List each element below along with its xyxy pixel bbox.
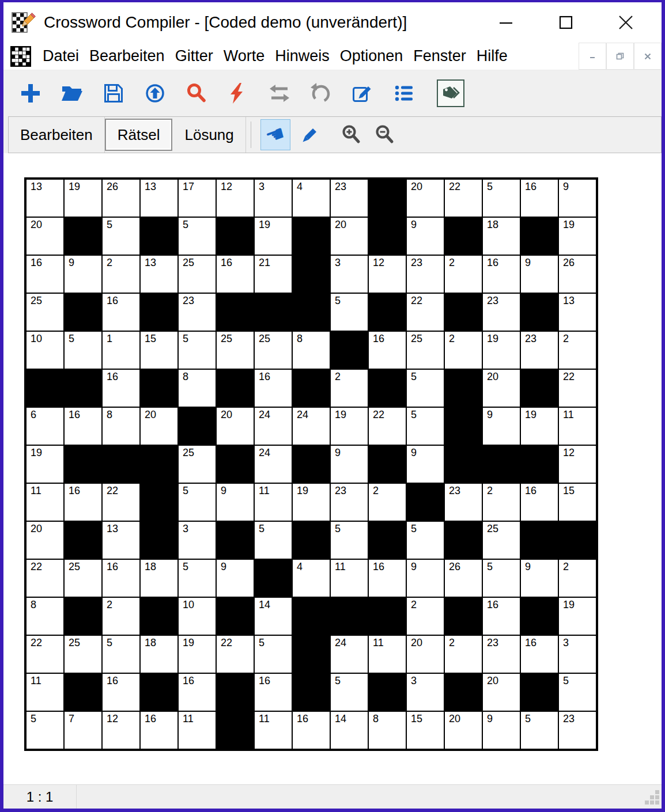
- grid-cell[interactable]: 16: [368, 331, 406, 369]
- swap-direction-button[interactable]: [266, 77, 293, 110]
- grid-cell[interactable]: 23: [520, 331, 558, 369]
- grid-cell[interactable]: 16: [216, 255, 254, 293]
- grid-cell[interactable]: 19: [330, 407, 368, 445]
- label-button[interactable]: [437, 79, 464, 107]
- grid-cell[interactable]: 2: [444, 255, 482, 293]
- grid-cell[interactable]: 7: [64, 711, 102, 749]
- grid-cell[interactable]: 5: [330, 521, 368, 559]
- grid-cell[interactable]: 20: [140, 407, 178, 445]
- grid-cell[interactable]: 8: [292, 331, 330, 369]
- zoom-in-button[interactable]: [337, 119, 366, 150]
- grid-black-cell[interactable]: [216, 521, 254, 559]
- grid-cell[interactable]: 19: [558, 597, 596, 635]
- grid-black-cell[interactable]: [292, 369, 330, 407]
- grid-cell[interactable]: 13: [558, 293, 596, 331]
- grid-cell[interactable]: 2: [558, 331, 596, 369]
- grid-cell[interactable]: 2: [368, 483, 406, 521]
- menu-datei[interactable]: Datei: [43, 47, 79, 65]
- grid-cell[interactable]: 5: [178, 217, 216, 255]
- grid-cell[interactable]: 12: [368, 255, 406, 293]
- grid-cell[interactable]: 9: [558, 179, 596, 217]
- grid-black-cell[interactable]: [368, 293, 406, 331]
- grid-cell[interactable]: 19: [26, 445, 64, 483]
- grid-cell[interactable]: 8: [102, 407, 140, 445]
- grid-black-cell[interactable]: [64, 521, 102, 559]
- grid-cell[interactable]: 3: [254, 179, 292, 217]
- grid-black-cell[interactable]: [368, 179, 406, 217]
- grid-cell[interactable]: 16: [520, 635, 558, 673]
- grid-black-cell[interactable]: [444, 673, 482, 711]
- grid-cell[interactable]: 16: [292, 711, 330, 749]
- grid-cell[interactable]: 11: [254, 483, 292, 521]
- grid-black-cell[interactable]: [330, 331, 368, 369]
- grid-black-cell[interactable]: [292, 217, 330, 255]
- grid-black-cell[interactable]: [292, 597, 330, 635]
- grid-cell[interactable]: 22: [558, 369, 596, 407]
- grid-black-cell[interactable]: [444, 293, 482, 331]
- grid-cell[interactable]: 22: [406, 293, 444, 331]
- grid-black-cell[interactable]: [140, 369, 178, 407]
- grid-black-cell[interactable]: [254, 293, 292, 331]
- mdi-close-button[interactable]: [634, 43, 662, 70]
- grid-cell[interactable]: 5: [482, 559, 520, 597]
- grid-cell[interactable]: 9: [520, 255, 558, 293]
- grid-cell[interactable]: 5: [330, 673, 368, 711]
- grid-cell[interactable]: 16: [102, 673, 140, 711]
- grid-cell[interactable]: 20: [26, 521, 64, 559]
- grid-cell[interactable]: 9: [482, 711, 520, 749]
- grid-cell[interactable]: 5: [520, 711, 558, 749]
- grid-black-cell[interactable]: [558, 521, 596, 559]
- grid-black-cell[interactable]: [140, 673, 178, 711]
- grid-cell[interactable]: 6: [26, 407, 64, 445]
- grid-cell[interactable]: 5: [406, 407, 444, 445]
- resize-grip-icon[interactable]: [645, 790, 660, 807]
- grid-cell[interactable]: 12: [216, 179, 254, 217]
- grid-cell[interactable]: 25: [26, 293, 64, 331]
- grid-black-cell[interactable]: [292, 445, 330, 483]
- new-button[interactable]: [17, 77, 44, 110]
- menu-bearbeiten[interactable]: Bearbeiten: [89, 47, 165, 65]
- grid-black-cell[interactable]: [520, 673, 558, 711]
- grid-cell[interactable]: 24: [292, 407, 330, 445]
- grid-cell[interactable]: 11: [558, 407, 596, 445]
- grid-black-cell[interactable]: [406, 483, 444, 521]
- grid-cell[interactable]: 11: [26, 673, 64, 711]
- grid-cell[interactable]: 19: [64, 179, 102, 217]
- grid-black-cell[interactable]: [444, 407, 482, 445]
- grid-cell[interactable]: 16: [102, 369, 140, 407]
- grid-cell[interactable]: 5: [330, 293, 368, 331]
- grid-black-cell[interactable]: [26, 369, 64, 407]
- mdi-minimize-button[interactable]: [579, 43, 606, 70]
- grid-black-cell[interactable]: [216, 293, 254, 331]
- grid-cell[interactable]: 5: [406, 369, 444, 407]
- grid-cell[interactable]: 16: [520, 179, 558, 217]
- grid-cell[interactable]: 10: [178, 597, 216, 635]
- grid-cell[interactable]: 5: [102, 217, 140, 255]
- grid-cell[interactable]: 5: [558, 673, 596, 711]
- grid-cell[interactable]: 3: [558, 635, 596, 673]
- grid-cell[interactable]: 22: [368, 407, 406, 445]
- grid-cell[interactable]: 9: [64, 255, 102, 293]
- grid-cell[interactable]: 16: [482, 255, 520, 293]
- grid-cell[interactable]: 9: [406, 559, 444, 597]
- menu-hilfe[interactable]: Hilfe: [477, 47, 508, 65]
- grid-cell[interactable]: 9: [406, 445, 444, 483]
- grid-cell[interactable]: 25: [178, 255, 216, 293]
- grid-cell[interactable]: 5: [482, 179, 520, 217]
- grid-cell[interactable]: 5: [178, 483, 216, 521]
- grid-cell[interactable]: 2: [558, 559, 596, 597]
- grid-black-cell[interactable]: [368, 521, 406, 559]
- grid-cell[interactable]: 24: [254, 407, 292, 445]
- tab-loesung[interactable]: Lösung: [173, 117, 245, 153]
- grid-black-cell[interactable]: [292, 673, 330, 711]
- grid-cell[interactable]: 16: [520, 483, 558, 521]
- grid-cell[interactable]: 20: [216, 407, 254, 445]
- grid-black-cell[interactable]: [216, 217, 254, 255]
- grid-black-cell[interactable]: [330, 597, 368, 635]
- grid-cell[interactable]: 16: [140, 711, 178, 749]
- grid-cell[interactable]: 25: [406, 331, 444, 369]
- grid-cell[interactable]: 20: [406, 635, 444, 673]
- grid-cell[interactable]: 13: [140, 255, 178, 293]
- grid-black-cell[interactable]: [254, 559, 292, 597]
- grid-cell[interactable]: 23: [406, 255, 444, 293]
